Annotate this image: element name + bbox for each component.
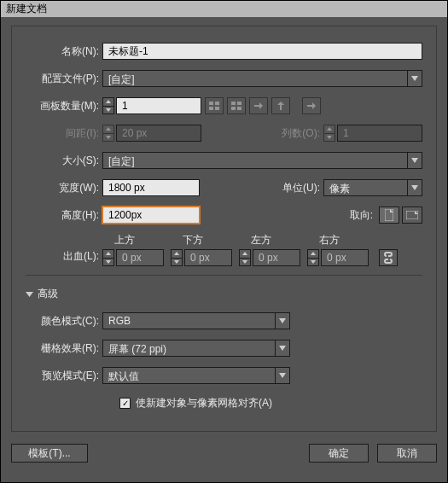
- name-input[interactable]: [102, 43, 422, 60]
- profile-label: 配置文件(P):: [26, 72, 102, 86]
- orientation-label: 取向:: [317, 208, 376, 223]
- units-value: 像素: [323, 179, 407, 196]
- chevron-down-icon: [407, 152, 422, 169]
- color-mode-value: RGB: [102, 312, 275, 329]
- spacing-input: [116, 125, 201, 142]
- new-document-dialog: 新建文档 名称(N): 配置文件(P): [自定] 画板数量(M):: [0, 0, 448, 483]
- preview-label: 预览模式(E):: [26, 369, 102, 383]
- name-label: 名称(N):: [26, 44, 102, 59]
- bleed-top-label: 上方: [102, 233, 135, 249]
- preview-select[interactable]: 默认值: [102, 367, 290, 384]
- chevron-up-icon: [102, 125, 114, 133]
- align-pixel-grid-checkbox[interactable]: ✓: [119, 398, 131, 409]
- height-label: 高度(H):: [26, 208, 102, 223]
- units-select[interactable]: 像素: [323, 179, 422, 196]
- chevron-down-icon: [407, 179, 422, 196]
- profile-value: [自定]: [102, 70, 407, 87]
- color-mode-select[interactable]: RGB: [102, 312, 290, 329]
- bleed-label: 出血(L):: [26, 249, 102, 266]
- svg-rect-7: [237, 107, 241, 110]
- link-bleed-icon[interactable]: [379, 249, 398, 266]
- size-select[interactable]: [自定]: [102, 152, 422, 169]
- arrange-right-icon[interactable]: [249, 97, 268, 114]
- grid-row-icon[interactable]: [205, 97, 224, 114]
- svg-rect-4: [231, 102, 236, 105]
- width-label: 宽度(W):: [26, 181, 102, 195]
- svg-rect-1: [215, 102, 219, 105]
- preview-value: 默认值: [102, 367, 275, 384]
- orientation-landscape[interactable]: [402, 207, 422, 224]
- bleed-bottom-input[interactable]: [184, 249, 232, 266]
- artboards-label: 画板数量(M):: [26, 99, 102, 113]
- grid-col-icon[interactable]: [227, 97, 246, 114]
- raster-select[interactable]: 屏幕 (72 ppi): [102, 340, 290, 357]
- columns-input: [337, 125, 422, 142]
- arrow-right-icon[interactable]: [302, 97, 321, 114]
- chevron-down-icon: [102, 106, 114, 115]
- chevron-down-icon: [275, 340, 290, 357]
- chevron-up-icon: [323, 125, 335, 133]
- svg-rect-8: [385, 209, 393, 221]
- triangle-down-icon: [26, 290, 33, 298]
- chevron-down-icon: [275, 312, 290, 329]
- color-mode-label: 颜色模式(C):: [26, 314, 102, 329]
- advanced-disclosure[interactable]: 高级: [26, 287, 61, 301]
- units-label: 单位(U):: [264, 181, 323, 195]
- advanced-title: 高级: [38, 287, 61, 301]
- svg-rect-0: [209, 102, 213, 105]
- bleed-bottom-spinner[interactable]: [171, 249, 183, 266]
- bleed-top-spinner[interactable]: [102, 249, 114, 266]
- window-titlebar: 新建文档: [1, 1, 447, 17]
- arrange-up-icon[interactable]: [271, 97, 290, 114]
- ok-button[interactable]: 确定: [309, 444, 369, 463]
- raster-label: 栅格效果(R):: [26, 341, 102, 356]
- window-title: 新建文档: [6, 2, 47, 16]
- spacing-label: 间距(I):: [26, 126, 102, 141]
- chevron-down-icon: [102, 133, 114, 143]
- bleed-left-input[interactable]: [253, 249, 300, 266]
- columns-label: 列数(O):: [264, 126, 323, 141]
- svg-rect-5: [237, 102, 241, 105]
- bleed-top-input[interactable]: [116, 249, 164, 266]
- profile-select[interactable]: [自定]: [102, 70, 422, 87]
- chevron-down-icon: [407, 70, 422, 87]
- bleed-right-label: 右方: [307, 233, 340, 249]
- bleed-left-label: 左方: [239, 233, 271, 249]
- chevron-up-icon: [102, 97, 114, 106]
- dialog-panel: 名称(N): 配置文件(P): [自定] 画板数量(M):: [11, 26, 437, 432]
- height-input[interactable]: [102, 207, 200, 224]
- svg-rect-2: [209, 107, 213, 110]
- chevron-down-icon: [275, 367, 290, 384]
- bleed-left-spinner[interactable]: [239, 249, 251, 266]
- orientation-portrait[interactable]: [379, 207, 399, 224]
- template-button[interactable]: 模板(T)...: [11, 444, 88, 463]
- size-value: [自定]: [102, 152, 407, 169]
- chevron-down-icon: [323, 133, 335, 143]
- width-input[interactable]: [102, 179, 200, 196]
- svg-rect-9: [406, 211, 418, 219]
- raster-value: 屏幕 (72 ppi): [102, 340, 275, 357]
- columns-spinner: [323, 125, 335, 142]
- svg-rect-6: [231, 107, 236, 110]
- artboards-input[interactable]: [116, 97, 201, 114]
- svg-rect-3: [215, 107, 219, 110]
- bleed-bottom-label: 下方: [171, 233, 203, 249]
- size-label: 大小(S):: [26, 154, 102, 168]
- cancel-button[interactable]: 取消: [377, 444, 437, 463]
- artboards-spinner[interactable]: [102, 97, 114, 114]
- bleed-right-spinner[interactable]: [307, 249, 319, 266]
- spacing-spinner: [102, 125, 114, 142]
- bleed-right-input[interactable]: [321, 249, 369, 266]
- align-pixel-grid-label: 使新建对象与像素网格对齐(A): [136, 396, 276, 410]
